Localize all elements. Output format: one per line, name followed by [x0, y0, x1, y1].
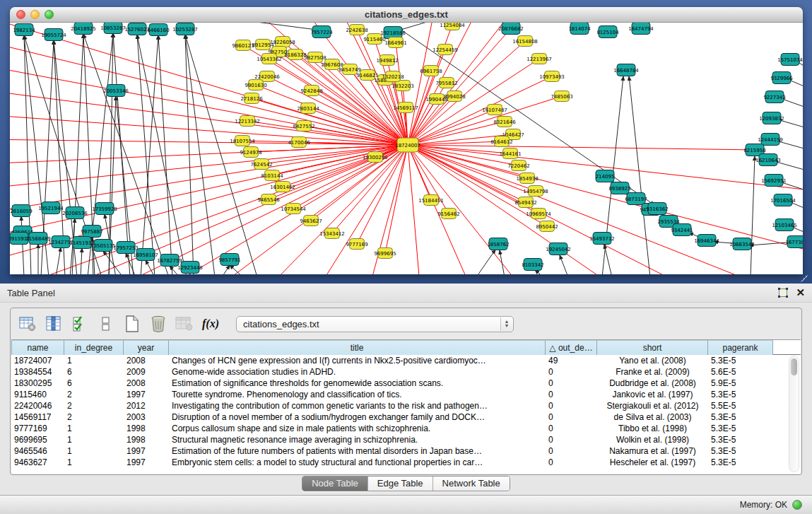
- show-columns-button[interactable]: [43, 314, 64, 334]
- scrollbar-thumb[interactable]: [791, 358, 797, 375]
- table-row[interactable]: 946362711997Embryonic stem cells: a mode…: [11, 457, 801, 468]
- network-window-titlebar[interactable]: citations_edges.txt: [10, 7, 803, 23]
- graph-node[interactable]: 7485063: [551, 91, 572, 102]
- graph-node[interactable]: 8938923: [608, 182, 630, 194]
- graph-node[interactable]: 20206536: [62, 207, 88, 219]
- column-header-year[interactable]: year: [124, 340, 169, 355]
- graph-node[interactable]: 4170046: [288, 137, 310, 148]
- graph-node[interactable]: 17016504: [770, 194, 796, 206]
- graph-node[interactable]: 8125104: [596, 26, 619, 38]
- table-row[interactable]: 911546021997Tourette syndrome. Phenomeno…: [11, 389, 801, 400]
- graph-node[interactable]: 19521944: [38, 202, 64, 214]
- graph-node[interactable]: 18107554: [230, 136, 255, 146]
- table-row[interactable]: 1938455462009Genome-wide association stu…: [11, 366, 801, 378]
- graph-node[interactable]: 8950442: [536, 221, 558, 232]
- graph-node[interactable]: 19055724: [41, 29, 66, 41]
- graph-node[interactable]: 10253287: [172, 23, 198, 35]
- graph-node[interactable]: 16946344: [694, 235, 719, 247]
- table-row[interactable]: 1872400712008Changes of HCN gene express…: [11, 355, 801, 366]
- graph-node[interactable]: 15343412: [319, 228, 345, 239]
- graph-node[interactable]: 1677302: [785, 236, 803, 248]
- graph-node[interactable]: 15692951: [761, 175, 787, 187]
- graph-node[interactable]: 12444159: [758, 134, 783, 146]
- column-header-pagerank[interactable]: pagerank: [708, 340, 773, 355]
- graph-node[interactable]: 20876682: [498, 23, 524, 35]
- graph-node[interactable]: 8321646: [493, 117, 516, 127]
- graph-node[interactable]: 9860123: [232, 40, 254, 51]
- function-builder-button[interactable]: f(x): [200, 314, 221, 334]
- table-row[interactable]: 2242004622012Investigating the contribut…: [11, 400, 801, 411]
- graph-node[interactable]: 9857791: [218, 254, 240, 266]
- graph-node[interactable]: 1982134: [13, 24, 35, 36]
- graph-node[interactable]: 9342441: [671, 224, 693, 236]
- graph-node[interactable]: 11568489: [25, 233, 51, 245]
- graph-node[interactable]: 1814074: [568, 23, 591, 35]
- graph-node[interactable]: 12213342: [235, 116, 260, 127]
- graph-node[interactable]: 10973493: [539, 71, 565, 82]
- close-panel-icon[interactable]: ✕: [796, 288, 805, 298]
- close-window-button[interactable]: [16, 10, 25, 19]
- graph-node[interactable]: 15751074: [777, 54, 803, 66]
- graph-node[interactable]: 15276023: [124, 23, 150, 35]
- graph-node[interactable]: 15493712: [589, 233, 615, 245]
- graph-node[interactable]: 2718126: [240, 93, 263, 104]
- graph-node[interactable]: 8103342: [522, 259, 543, 271]
- tab-network-table[interactable]: Network Table: [433, 477, 510, 491]
- graph-node[interactable]: 20418925: [71, 23, 96, 35]
- vertical-scrollbar[interactable]: [789, 356, 799, 472]
- column-header-in_degree[interactable]: in_degree: [64, 340, 124, 355]
- graph-node[interactable]: 9316362: [646, 203, 668, 215]
- select-rows-button[interactable]: [69, 314, 90, 334]
- graph-node[interactable]: 11254084: [440, 23, 465, 30]
- graph-node[interactable]: 16474794: [628, 23, 654, 35]
- graph-node[interactable]: 9156462: [437, 209, 459, 219]
- column-header-name[interactable]: name: [11, 340, 64, 355]
- tab-edge-table[interactable]: Edge Table: [368, 477, 433, 491]
- graph-node[interactable]: 2803144: [297, 103, 319, 114]
- graph-node[interactable]: 9465546: [257, 194, 280, 205]
- graph-node[interactable]: 16210643: [755, 154, 781, 166]
- delete-table-button[interactable]: [148, 314, 169, 334]
- table-row[interactable]: 1830029562008Estimation of significance …: [11, 378, 801, 389]
- graph-node[interactable]: 13505135: [90, 240, 116, 252]
- graph-node[interactable]: 12103465: [772, 219, 797, 231]
- graph-node[interactable]: 12254459: [433, 45, 458, 55]
- graph-node[interactable]: 1858762: [487, 238, 509, 250]
- graph-node[interactable]: 14954798: [523, 186, 548, 197]
- graph-node[interactable]: 16154808: [512, 36, 538, 47]
- row-height-button[interactable]: [95, 314, 117, 334]
- graph-node[interactable]: 19245042: [546, 243, 571, 255]
- minimize-window-button[interactable]: [30, 10, 40, 19]
- graph-node[interactable]: 10969574: [526, 209, 551, 219]
- graph-node[interactable]: 9124978: [240, 147, 261, 158]
- column-header-title[interactable]: title: [169, 340, 546, 355]
- graph-node[interactable]: 10663542: [729, 238, 755, 250]
- graph-node[interactable]: 15184451: [418, 195, 444, 206]
- graph-node[interactable]: 2616059: [10, 205, 32, 217]
- graph-node[interactable]: 6466160: [147, 24, 169, 36]
- graph-node[interactable]: 12923448: [177, 262, 203, 274]
- graph-node[interactable]: 16648784: [613, 64, 639, 76]
- table-row[interactable]: 946554611997Estimation of the future num…: [11, 445, 801, 457]
- zoom-window-button[interactable]: [45, 10, 54, 19]
- graph-node[interactable]: 9227343: [763, 91, 785, 103]
- graph-node[interactable]: 20053346: [103, 85, 129, 97]
- graph-node[interactable]: 18724007: [395, 138, 420, 152]
- table-row[interactable]: 969969511998Structural magnetic resonanc…: [11, 434, 801, 445]
- graph-node[interactable]: 8103144: [261, 170, 283, 181]
- graph-node[interactable]: 10853287: [100, 23, 126, 34]
- graph-node[interactable]: 9827508: [304, 52, 326, 63]
- graph-node[interactable]: 9463627: [300, 216, 322, 226]
- graph-node[interactable]: 8427552: [293, 121, 314, 132]
- graph-node[interactable]: 9975887: [81, 226, 102, 238]
- table-settings-button[interactable]: [17, 314, 38, 334]
- float-panel-icon[interactable]: [779, 288, 787, 297]
- graph-node[interactable]: 12213967: [526, 54, 552, 64]
- graph-node[interactable]: 6873197: [625, 193, 647, 205]
- table-select-dropdown[interactable]: citations_edges.txt ▲▼: [236, 316, 514, 332]
- graph-node[interactable]: 1949812: [376, 55, 398, 66]
- tab-node-table[interactable]: Node Table: [302, 477, 368, 491]
- graph-node[interactable]: 7220462: [507, 160, 529, 171]
- table-row[interactable]: 977716911998Corpus callosum shape and si…: [11, 423, 801, 434]
- graph-node[interactable]: 7955812: [435, 78, 457, 88]
